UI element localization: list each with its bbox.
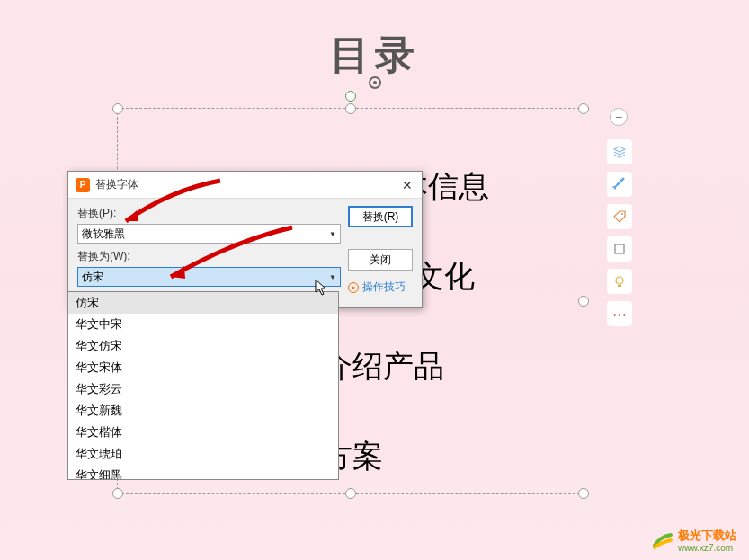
replace-button[interactable]: 替换(R) [348,206,413,227]
layers-tool-icon[interactable] [607,139,632,164]
play-icon: ▸ [348,282,359,293]
resize-handle-tl[interactable] [112,103,123,114]
replace-with-label: 替换为(W): [77,249,341,264]
svg-point-2 [616,277,623,284]
watermark-logo-icon [651,529,674,553]
dialog-titlebar[interactable]: P 替换字体 ✕ [68,172,422,199]
slide-title: 目录 [330,29,420,82]
font-option[interactable]: 华文细黑 [68,465,338,480]
watermark: 极光下载站 www.xz7.com [651,529,736,553]
resize-handle-tr[interactable] [578,103,589,114]
font-option[interactable]: 华文彩云 [68,378,338,400]
font-option[interactable]: 华文琥珀 [68,443,338,465]
resize-handle-br[interactable] [578,488,589,499]
rotate-handle[interactable] [345,91,356,102]
tips-link-label: 操作技巧 [362,280,406,295]
content-line-2[interactable]: 文化 [414,256,475,298]
font-dropdown-list[interactable]: 仿宋 华文中宋 华文仿宋 华文宋体 华文彩云 华文新魏 华文楷体 华文琥珀 华文… [67,291,339,480]
title-decoration-icon [369,76,381,89]
close-icon[interactable]: ✕ [400,178,415,192]
app-icon: P [76,178,90,192]
side-toolbar: ⋯ [607,139,632,326]
content-line-3[interactable]: 介绍产品 [322,346,444,387]
tips-link[interactable]: ▸ 操作技巧 [348,280,406,295]
watermark-url: www.xz7.com [678,543,736,553]
resize-handle-bl[interactable] [112,488,123,499]
chevron-down-icon: ▼ [329,230,336,238]
tag-tool-icon[interactable] [607,204,632,229]
replace-font-dialog: P 替换字体 ✕ 替换(P): 微软雅黑 ▼ 替换(R) 替换为(W): 仿宋 … [67,171,423,308]
svg-rect-1 [615,244,624,253]
watermark-title: 极光下载站 [678,529,736,542]
collapse-button[interactable]: − [610,108,628,126]
square-tool-icon[interactable] [607,236,632,262]
replace-font-combo[interactable]: 微软雅黑 ▼ [77,224,341,244]
font-option[interactable]: 华文中宋 [68,314,338,335]
font-option[interactable]: 华文新魏 [68,400,338,422]
resize-handle-mr[interactable] [578,296,589,307]
replace-font-value: 微软雅黑 [82,227,329,242]
font-option[interactable]: 华文宋体 [68,357,338,378]
bulb-tool-icon[interactable] [607,269,632,294]
replace-label: 替换(P): [77,206,341,221]
svg-point-0 [621,213,623,215]
font-option[interactable]: 华文楷体 [68,422,338,443]
font-option[interactable]: 华文仿宋 [68,335,338,357]
close-button[interactable]: 关闭 [348,249,413,271]
chevron-down-icon: ▼ [329,273,336,281]
resize-handle-bm[interactable] [345,488,356,499]
replace-with-font-combo[interactable]: 仿宋 ▼ [77,267,341,287]
more-tool-icon[interactable]: ⋯ [607,301,632,326]
font-option[interactable]: 仿宋 [68,292,338,314]
replace-with-font-value: 仿宋 [82,270,329,285]
resize-handle-tm[interactable] [345,103,356,114]
dialog-title: 替换字体 [95,177,400,192]
brush-tool-icon[interactable] [607,172,632,197]
